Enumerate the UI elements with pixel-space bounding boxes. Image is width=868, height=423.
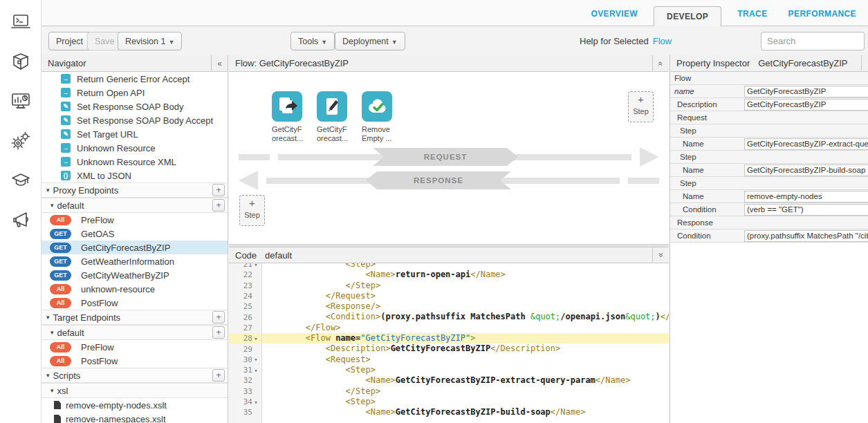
code-line[interactable]: <Flow name="GetCityForecastByZIP"> (262, 333, 669, 344)
flow-label: PostFlow (81, 298, 118, 308)
property-value-field[interactable]: (proxy.pathsuffix MatchesPath "/cityfore… (744, 230, 868, 242)
flow-item[interactable]: AllPostFlow (41, 296, 228, 310)
policy-item[interactable]: →Return Generic Error Accept (41, 72, 228, 86)
section-scripts[interactable]: ▾Scripts+ (41, 368, 228, 383)
policy-item[interactable]: {}XML to JSON (41, 169, 228, 182)
code-line[interactable]: </Flow> (262, 323, 669, 333)
flow-item[interactable]: AllPreFlow (41, 340, 228, 354)
script-file-item[interactable]: remove-namespaces.xslt (41, 412, 228, 423)
code-line[interactable]: </Request> (262, 291, 669, 301)
code-line[interactable]: <Description>GetCityForecastByZIP</Descr… (262, 344, 669, 354)
help-flow-link[interactable]: Flow (653, 36, 672, 46)
policy-item[interactable]: →Unknown Resource XML (41, 155, 228, 169)
collapse-down-icon[interactable]: « (652, 247, 669, 263)
graduation-cap-icon[interactable] (9, 169, 33, 192)
policy-item[interactable]: ✎Set Response SOAP Body (41, 100, 228, 113)
section-target-default[interactable]: ▾default+ (41, 325, 228, 340)
policy-label: Set Response SOAP Body Accept (77, 115, 213, 126)
policy-item[interactable]: →Unknown Resource (41, 141, 228, 155)
package-box-icon[interactable] (9, 50, 33, 74)
property-value-field[interactable]: remove-empty-nodes (744, 191, 868, 203)
gears-icon[interactable] (9, 129, 33, 153)
collapse-up-icon[interactable]: « (652, 55, 669, 71)
flow-item[interactable]: AllPostFlow (41, 354, 228, 368)
add-icon[interactable]: + (212, 369, 225, 382)
code-line[interactable]: <Name>return-open-api</Name> (262, 270, 669, 280)
response-ribbon: RESPONSE (366, 171, 511, 189)
flow-item[interactable]: AllPreFlow (41, 213, 228, 227)
property-value-field[interactable]: (verb == "GET") (744, 204, 868, 216)
flow-item[interactable]: GETGetCityForecastByZIP (41, 241, 228, 254)
flow-item[interactable]: Allunknown-resource (41, 282, 228, 296)
verb-badge: All (50, 215, 71, 225)
add-icon[interactable]: + (212, 199, 225, 212)
top-tab-bar: OVERVIEWDEVELOPTRACEPERFORMANCE (41, 0, 868, 26)
code-endpoint-label: default (257, 250, 292, 261)
search-input[interactable] (761, 32, 865, 50)
code-line[interactable]: <Condition>(proxy.pathsuffix MatchesPath… (262, 312, 669, 322)
code-line[interactable]: </Step> (262, 386, 669, 397)
property-value-field[interactable]: GetCityForecastByZIP (744, 86, 868, 97)
code-line[interactable]: <Response/> (262, 301, 669, 312)
collapse-panel-icon[interactable]: « (211, 55, 228, 71)
flow-item[interactable]: GETGetWeatherInformation (41, 254, 228, 268)
save-button[interactable]: Save (87, 32, 122, 50)
property-inspector-header: Property Inspector GetCityForecastByZIP … (670, 55, 868, 72)
section-proxy-endpoints[interactable]: ▾Proxy Endpoints+ (41, 182, 228, 198)
flow-step[interactable]: RemoveEmpty ... (362, 91, 399, 143)
code-line[interactable]: <Request> (262, 355, 669, 365)
line-number: 22 (229, 270, 261, 280)
flow-step[interactable]: GetCityForecast... (272, 91, 309, 143)
policy-item[interactable]: →Return Open API (41, 86, 228, 100)
terminal-laptop-icon[interactable] (9, 11, 33, 35)
policy-item[interactable]: ✎Set Response SOAP Body Accept (41, 113, 228, 127)
deployment-menu-button[interactable]: Deployment▼ (335, 32, 405, 50)
fold-arrow-icon[interactable]: ▾ (252, 356, 259, 363)
add-step-button-request[interactable]: +Step (628, 91, 654, 122)
section-proxy-default[interactable]: ▾default+ (41, 198, 228, 213)
tab-develop[interactable]: DEVELOP (654, 6, 721, 27)
code-tab-label[interactable]: Code (229, 250, 257, 261)
tab-overview[interactable]: OVERVIEW (580, 1, 648, 26)
flow-item[interactable]: GETGetOAS (41, 227, 228, 241)
request-ribbon: REQUEST (373, 148, 518, 166)
tools-menu-button[interactable]: Tools▼ (290, 32, 335, 50)
code-line[interactable]: </Step> (262, 281, 669, 291)
fold-arrow-icon[interactable]: ▾ (252, 335, 259, 342)
tab-trace[interactable]: TRACE (727, 1, 777, 26)
analytics-monitor-icon[interactable] (9, 90, 33, 113)
fold-arrow-icon[interactable]: ▾ (252, 263, 259, 268)
fold-arrow-icon[interactable]: ▾ (252, 399, 259, 406)
add-icon[interactable]: + (212, 311, 225, 323)
tab-performance[interactable]: PERFORMANCE (778, 1, 867, 26)
code-line[interactable]: <Step> (262, 263, 669, 270)
property-section-row: Response (670, 216, 868, 229)
policy-label: Unknown Resource (77, 143, 155, 153)
code-text-area[interactable]: <Step> <Name>return-open-api</Name> </St… (262, 263, 669, 423)
section-xsl[interactable]: ▾xsl (41, 383, 228, 398)
code-line[interactable]: <Step> (262, 365, 669, 375)
verb-badge: GET (50, 229, 71, 239)
policy-item[interactable]: ✎Set Target URL (41, 127, 228, 141)
property-value-field[interactable]: GetCityForecastByZIP-build-soap (744, 164, 868, 176)
revision-menu-button[interactable]: Revision 1▼ (118, 32, 182, 50)
property-value-field[interactable]: GetCityForecastByZIP (744, 99, 868, 111)
add-icon[interactable]: + (212, 326, 225, 339)
add-icon[interactable]: + (212, 184, 225, 196)
code-editor[interactable]: 21▾22232425262728▾2930▾31▾323334▾35 <Ste… (229, 263, 669, 423)
property-value-field[interactable]: GetCityForecastByZIP-extract-query-param (744, 138, 868, 150)
line-number: 24 (229, 291, 261, 301)
script-file-item[interactable]: remove-empty-nodes.xslt (41, 398, 228, 412)
fold-arrow-icon[interactable]: ▾ (252, 367, 259, 374)
collapse-right-icon[interactable]: › (861, 55, 868, 72)
flow-item[interactable]: GETGetCityWeatherByZIP (41, 268, 228, 282)
triangle-down-icon: ▾ (46, 372, 50, 379)
code-line[interactable]: <Name>GetCityForecastByZIP-extract-query… (262, 375, 669, 386)
megaphone-icon[interactable] (9, 208, 33, 232)
flow-label: unknown-resource (81, 284, 155, 294)
section-target-endpoints[interactable]: ▾Target Endpoints+ (41, 310, 228, 325)
code-line[interactable]: <Step> (262, 397, 669, 407)
flow-step[interactable]: GetCityForecast... (317, 91, 354, 143)
code-line[interactable]: <Name>GetCityForecastByZIP-build-soap</N… (262, 407, 669, 417)
add-step-button-response[interactable]: +Step (239, 195, 265, 226)
